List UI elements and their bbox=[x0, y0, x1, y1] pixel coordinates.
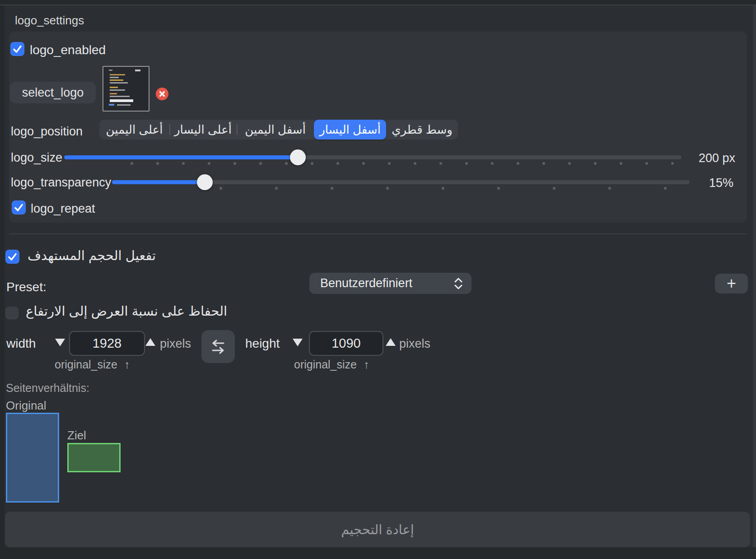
logo-transparency-label: logo_transparency bbox=[11, 176, 111, 190]
logo-enabled-label: logo_enabled bbox=[30, 43, 106, 57]
remove-logo-button[interactable] bbox=[156, 88, 168, 100]
resize-button-label: إعادة التحجيم bbox=[341, 522, 414, 537]
logo-size-slider[interactable] bbox=[64, 155, 681, 159]
group-title: logo_settings bbox=[15, 14, 84, 28]
checkmark-icon bbox=[10, 42, 24, 56]
original-rect-label: Original bbox=[6, 399, 47, 413]
settings-panel: logo_settings logo_enabled select_logo l… bbox=[0, 0, 756, 559]
logo-position-label: logo_position bbox=[11, 125, 83, 139]
select-logo-button-label: select_logo bbox=[22, 86, 84, 100]
original-aspect-rect bbox=[6, 413, 59, 503]
chevron-up-down-icon bbox=[453, 276, 463, 291]
height-decrement-button[interactable] bbox=[293, 339, 303, 346]
delete-x-icon bbox=[156, 88, 168, 100]
checkmark-icon bbox=[5, 250, 19, 264]
scrollbar-track[interactable] bbox=[753, 5, 756, 559]
segment-top-left[interactable]: أعلى اليسار bbox=[169, 120, 237, 140]
width-original-size-link[interactable]: original_size ↑ bbox=[55, 358, 130, 371]
window-left-edge bbox=[0, 5, 5, 559]
segment-bottom-left-selected[interactable]: أسفل اليسار bbox=[314, 120, 386, 140]
height-unit-label: pixels bbox=[399, 337, 430, 351]
logo-repeat-checkbox[interactable] bbox=[12, 200, 26, 214]
logo-size-label: logo_size bbox=[11, 151, 62, 165]
window-bottom-edge bbox=[0, 547, 756, 559]
target-aspect-rect bbox=[67, 443, 121, 472]
height-increment-button[interactable] bbox=[386, 338, 396, 346]
preset-dropdown[interactable]: Benutzerdefiniert bbox=[309, 273, 471, 294]
logo-transparency-value: 15% bbox=[709, 176, 733, 190]
logo-size-value: 200 px bbox=[699, 151, 735, 165]
segment-bottom-right[interactable]: أسفل اليمين bbox=[237, 120, 314, 140]
enable-target-size-label: تفعيل الحجم المستهدف bbox=[28, 248, 156, 263]
original-size-text: original_size bbox=[55, 358, 117, 371]
width-input[interactable] bbox=[69, 331, 145, 356]
up-arrow-icon: ↑ bbox=[124, 358, 130, 371]
width-decrement-button[interactable] bbox=[55, 339, 65, 346]
logo-enabled-checkbox[interactable] bbox=[10, 42, 24, 56]
target-rect-label: Ziel bbox=[67, 429, 86, 443]
logo-size-slider-thumb[interactable] bbox=[290, 149, 306, 165]
aspect-ratio-section-label: Seitenverhältnis: bbox=[6, 382, 89, 395]
section-divider bbox=[9, 233, 747, 234]
swap-width-height-button[interactable] bbox=[201, 330, 235, 363]
logo-position-segmented-control: أعلى اليمين أعلى اليسار أسفل اليمين أسفل… bbox=[99, 120, 458, 140]
height-original-size-link[interactable]: original_size ↑ bbox=[294, 358, 369, 371]
plus-icon: + bbox=[727, 274, 736, 293]
select-logo-button[interactable]: select_logo bbox=[10, 82, 96, 103]
segment-separator bbox=[237, 124, 238, 135]
preset-dropdown-value: Benutzerdefiniert bbox=[320, 276, 412, 290]
logo-transparency-slider-thumb[interactable] bbox=[197, 174, 213, 190]
logo-repeat-label: logo_repeat bbox=[31, 202, 95, 216]
add-preset-button[interactable]: + bbox=[715, 274, 748, 293]
swap-arrows-icon bbox=[208, 337, 228, 356]
height-input[interactable] bbox=[309, 331, 383, 356]
enable-target-size-checkbox[interactable] bbox=[5, 250, 19, 264]
logo-size-slider-fill bbox=[64, 155, 298, 159]
preset-label: Preset: bbox=[6, 280, 47, 294]
keep-aspect-ratio-checkbox[interactable] bbox=[5, 306, 19, 319]
segment-center-diagonal[interactable]: وسط قطري bbox=[386, 120, 458, 140]
checkmark-icon bbox=[12, 200, 26, 214]
width-label: width bbox=[6, 336, 36, 351]
up-arrow-icon: ↑ bbox=[364, 358, 369, 371]
window-top-edge bbox=[0, 0, 756, 5]
logo-transparency-slider-fill bbox=[112, 180, 205, 184]
logo-size-tick-marks bbox=[130, 161, 681, 166]
segment-separator bbox=[169, 124, 170, 135]
logo-thumbnail-preview[interactable] bbox=[103, 66, 149, 112]
resize-button[interactable]: إعادة التحجيم bbox=[5, 512, 750, 547]
original-size-text: original_size bbox=[294, 358, 357, 371]
keep-aspect-ratio-label: الحفاظ على نسبة العرض إلى الارتفاع bbox=[26, 303, 227, 319]
width-increment-button[interactable] bbox=[145, 338, 155, 346]
segment-top-right[interactable]: أعلى اليمين bbox=[99, 120, 169, 140]
logo-transparency-tick-marks bbox=[219, 186, 675, 191]
height-label: height bbox=[245, 336, 280, 351]
width-unit-label: pixels bbox=[160, 337, 191, 351]
